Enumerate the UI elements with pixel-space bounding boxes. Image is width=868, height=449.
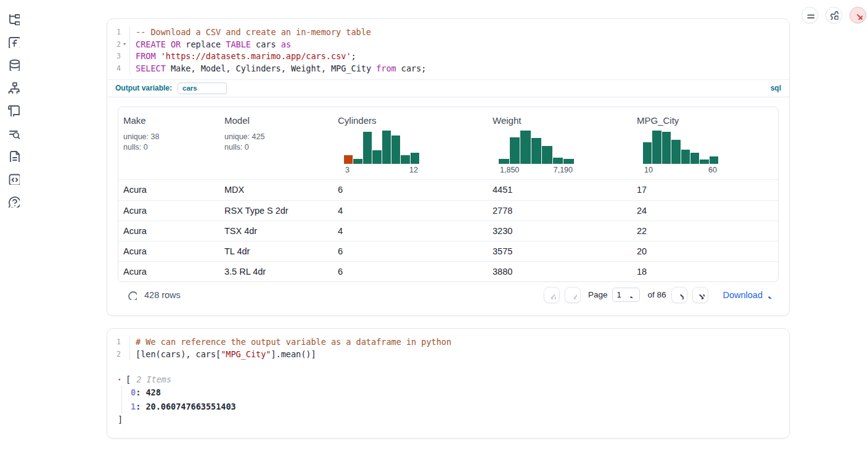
sidebar-item-help-chat[interactable] [7,195,20,208]
sidebar-item-file-tree[interactable] [7,13,20,25]
histogram-bar[interactable] [681,150,690,164]
histogram-bar[interactable] [344,155,353,164]
table-cell: 4 [333,226,488,236]
histogram-bar[interactable] [700,160,708,163]
fold-chevron-icon[interactable]: ▾ [121,41,128,47]
menu-icon [805,10,814,20]
sidebar-item-network[interactable] [7,81,20,94]
menu-button[interactable] [801,7,818,23]
column-header-weight[interactable]: Weight [493,115,627,126]
table-row: AcuraTSX 4dr4323022 [118,220,778,241]
column-header-mpg-city[interactable]: MPG_City [637,115,773,126]
column-stats-model: unique: 425 nulls: 0 [224,132,328,153]
code-line[interactable]: 3FROM 'https://datasets.marimo.app/cars.… [107,50,789,62]
histogram-bar[interactable] [499,159,509,164]
table-header: Make unique: 38 nulls: 0 Model unique: 4… [118,107,778,180]
language-badge[interactable]: sql [771,84,781,92]
first-page-button[interactable] [544,287,560,303]
histogram-bar[interactable] [643,142,652,164]
histogram-bar[interactable] [382,131,391,164]
table-row: AcuraMDX6445117 [118,180,778,200]
histogram-axis: 3 12 [344,164,419,174]
close-bracket: ] [118,413,779,426]
histogram-bar[interactable] [652,131,661,164]
sidebar-item-scroll[interactable] [7,104,20,116]
sidebar-item-document[interactable] [7,150,20,162]
histogram-axis: 1,850 7,190 [499,164,574,174]
table-cell: 22 [632,226,778,236]
histogram-bar[interactable] [391,136,400,164]
line-number: 1 [107,338,121,346]
hist-max-label: 60 [708,166,717,174]
column-header-cylinders[interactable]: Cylinders [338,115,483,126]
histogram-bar[interactable] [563,159,574,164]
hist-max-label: 7,190 [554,166,573,174]
page-select[interactable]: 1 [612,288,640,302]
download-button[interactable]: Download [723,290,773,300]
window-controls [801,7,866,23]
chevron-down-icon [765,291,772,299]
collapse-chevron-icon[interactable]: ▾ [118,376,126,382]
histogram-bar[interactable] [542,146,552,164]
close-icon [853,10,862,20]
table-cell: 18 [632,267,778,277]
histogram-bar[interactable] [553,158,563,164]
close-button[interactable] [850,7,866,23]
column-header-make[interactable]: Make [123,115,215,126]
histogram-bar[interactable] [710,156,718,163]
sidebar [0,0,27,449]
chevron-right-icon [675,291,684,299]
help-chat-icon [7,195,20,208]
python-code-editor[interactable]: 1# We can reference the output variable … [107,329,789,365]
sql-code-editor[interactable]: 1-- Download a CSV and create an in-memo… [107,19,789,79]
cylinders-histogram[interactable]: 3 12 [344,131,419,174]
search-icon[interactable] [126,289,137,300]
code-line[interactable]: 1# We can reference the output variable … [107,336,789,348]
histogram-bar[interactable] [411,153,419,164]
histogram-bar[interactable] [662,132,671,163]
sidebar-item-search-list[interactable] [7,127,20,139]
column-header-model[interactable]: Model [224,115,328,126]
histogram-bar[interactable] [372,150,381,164]
output-variable-input[interactable] [178,83,227,94]
previous-page-button[interactable] [565,287,581,303]
weight-histogram[interactable]: 1,850 7,190 [499,131,574,174]
table-cell: Acura [118,267,219,277]
code-line[interactable]: 2[len(cars), cars["MPG_City"].mean()] [107,348,789,360]
table-cell: 3230 [488,226,632,236]
table-row: AcuraRSX Type S 2dr4277824 [118,200,778,220]
table-cell: TL 4dr [219,246,333,256]
code-line[interactable]: 1-- Download a CSV and create an in-memo… [107,26,789,38]
table-cell: Acura [118,185,219,195]
code-line[interactable]: 4SELECT Make, Model, Cylinders, Weight, … [107,62,789,75]
code-line[interactable]: 2▾CREATE OR replace TABLE cars as [107,38,789,51]
histogram-bar[interactable] [510,137,520,164]
scroll-icon [7,104,20,116]
sidebar-item-code-box[interactable] [7,172,20,185]
line-number: 2 [107,350,121,358]
column-stats-make: unique: 38 nulls: 0 [123,132,215,153]
histogram-bar[interactable] [401,155,409,164]
last-page-button[interactable] [692,287,708,303]
python-cell: 1# We can reference the output variable … [107,328,790,439]
histogram-bar[interactable] [363,132,372,163]
stat-unique: unique: 38 [123,132,215,142]
table-row: AcuraTL 4dr6357520 [118,241,778,261]
histogram-bar[interactable] [520,131,531,164]
table-cell: TSX 4dr [219,226,333,236]
database-icon [7,59,20,71]
histogram-bar[interactable] [690,153,699,163]
next-page-button[interactable] [671,287,687,303]
histogram-bar[interactable] [671,140,680,163]
sidebar-item-function-square[interactable] [7,36,20,48]
line-number: 1 [107,28,121,36]
hist-max-label: 12 [409,166,418,174]
page-total: of 86 [647,290,666,299]
table-body: AcuraMDX6445117AcuraRSX Type S 2dr427782… [118,180,778,281]
histogram-bar[interactable] [531,138,542,164]
settings-button[interactable] [825,7,842,23]
mpg-city-histogram[interactable]: 10 60 [643,131,718,174]
sidebar-item-database[interactable] [7,59,20,71]
histogram-bar[interactable] [353,159,362,164]
hist-min-label: 10 [644,166,653,174]
